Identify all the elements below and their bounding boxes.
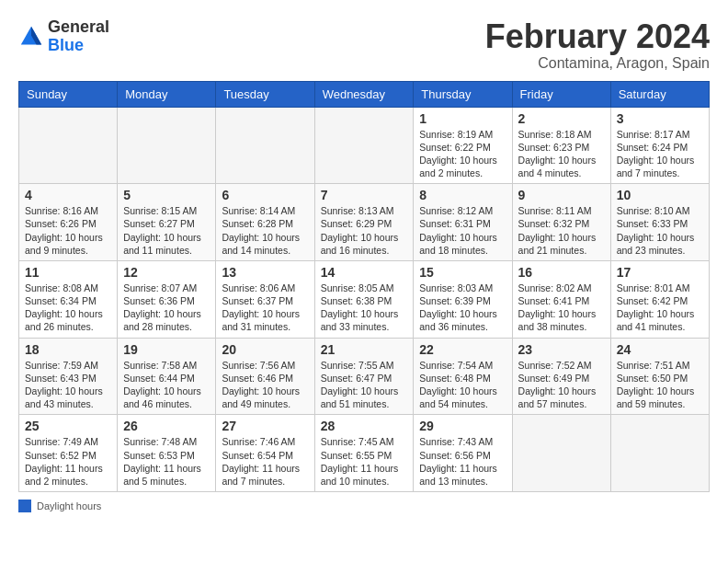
weekday-header-row: SundayMondayTuesdayWednesdayThursdayFrid… <box>19 81 710 107</box>
day-info: Sunrise: 8:01 AM Sunset: 6:42 PM Dayligh… <box>617 282 703 334</box>
calendar-cell: 22Sunrise: 7:54 AM Sunset: 6:48 PM Dayli… <box>414 338 512 415</box>
day-info: Sunrise: 8:05 AM Sunset: 6:38 PM Dayligh… <box>321 282 408 334</box>
day-number: 17 <box>617 265 703 280</box>
calendar-cell: 7Sunrise: 8:13 AM Sunset: 6:29 PM Daylig… <box>314 184 414 261</box>
day-number: 28 <box>321 419 408 433</box>
day-number: 4 <box>25 188 111 202</box>
day-number: 8 <box>419 188 506 202</box>
day-info: Sunrise: 7:51 AM Sunset: 6:50 PM Dayligh… <box>617 359 703 411</box>
calendar-cell: 3Sunrise: 8:17 AM Sunset: 6:24 PM Daylig… <box>610 107 709 184</box>
logo-general: General <box>48 17 109 36</box>
calendar-cell: 5Sunrise: 8:15 AM Sunset: 6:27 PM Daylig… <box>118 184 216 261</box>
calendar-cell: 18Sunrise: 7:59 AM Sunset: 6:43 PM Dayli… <box>19 338 118 415</box>
calendar-cell: 9Sunrise: 8:11 AM Sunset: 6:32 PM Daylig… <box>512 184 610 261</box>
logo-icon <box>18 24 44 50</box>
calendar-cell <box>118 107 216 184</box>
weekday-header-tuesday: Tuesday <box>216 81 314 107</box>
calendar-cell: 13Sunrise: 8:06 AM Sunset: 6:37 PM Dayli… <box>216 260 314 338</box>
day-number: 15 <box>419 265 506 280</box>
day-info: Sunrise: 7:52 AM Sunset: 6:49 PM Dayligh… <box>518 359 605 411</box>
day-info: Sunrise: 7:58 AM Sunset: 6:44 PM Dayligh… <box>123 359 210 411</box>
calendar-cell: 4Sunrise: 8:16 AM Sunset: 6:26 PM Daylig… <box>19 184 118 261</box>
calendar-cell: 12Sunrise: 8:07 AM Sunset: 6:36 PM Dayli… <box>118 260 216 338</box>
day-info: Sunrise: 8:10 AM Sunset: 6:33 PM Dayligh… <box>617 204 703 257</box>
weekday-header-saturday: Saturday <box>610 81 709 107</box>
calendar-cell: 1Sunrise: 8:19 AM Sunset: 6:22 PM Daylig… <box>414 107 512 184</box>
day-info: Sunrise: 8:13 AM Sunset: 6:29 PM Dayligh… <box>321 204 408 257</box>
day-number: 18 <box>25 342 111 357</box>
logo: General Blue <box>18 18 109 55</box>
day-info: Sunrise: 7:55 AM Sunset: 6:47 PM Dayligh… <box>321 359 408 411</box>
day-number: 2 <box>518 111 605 126</box>
day-info: Sunrise: 8:08 AM Sunset: 6:34 PM Dayligh… <box>25 282 111 334</box>
calendar-cell: 8Sunrise: 8:12 AM Sunset: 6:31 PM Daylig… <box>414 184 512 261</box>
weekday-header-thursday: Thursday <box>414 81 512 107</box>
calendar-cell: 25Sunrise: 7:49 AM Sunset: 6:52 PM Dayli… <box>19 415 118 492</box>
day-info: Sunrise: 8:15 AM Sunset: 6:27 PM Dayligh… <box>123 204 210 257</box>
day-number: 13 <box>222 265 308 280</box>
day-info: Sunrise: 8:02 AM Sunset: 6:41 PM Dayligh… <box>518 282 605 334</box>
day-number: 5 <box>123 188 210 202</box>
calendar-cell: 2Sunrise: 8:18 AM Sunset: 6:23 PM Daylig… <box>512 107 610 184</box>
location-title: Contamina, Aragon, Spain <box>485 55 710 72</box>
day-info: Sunrise: 7:56 AM Sunset: 6:46 PM Dayligh… <box>222 359 308 411</box>
calendar-cell: 27Sunrise: 7:46 AM Sunset: 6:54 PM Dayli… <box>216 415 314 492</box>
calendar-cell: 14Sunrise: 8:05 AM Sunset: 6:38 PM Dayli… <box>314 260 414 338</box>
day-info: Sunrise: 8:11 AM Sunset: 6:32 PM Dayligh… <box>518 204 605 257</box>
day-number: 27 <box>222 419 308 433</box>
calendar-week-row: 25Sunrise: 7:49 AM Sunset: 6:52 PM Dayli… <box>19 415 710 492</box>
day-info: Sunrise: 7:59 AM Sunset: 6:43 PM Dayligh… <box>25 359 111 411</box>
calendar-cell: 23Sunrise: 7:52 AM Sunset: 6:49 PM Dayli… <box>512 338 610 415</box>
calendar-table: SundayMondayTuesdayWednesdayThursdayFrid… <box>18 81 710 492</box>
day-number: 6 <box>222 188 308 202</box>
day-number: 1 <box>419 111 506 126</box>
title-area: February 2024 Contamina, Aragon, Spain <box>485 18 710 72</box>
day-info: Sunrise: 7:46 AM Sunset: 6:54 PM Dayligh… <box>222 435 308 488</box>
logo-blue-text: Blue <box>48 36 84 54</box>
day-number: 10 <box>617 188 703 202</box>
calendar-cell <box>512 415 610 492</box>
day-number: 24 <box>617 342 703 357</box>
day-number: 25 <box>25 419 111 433</box>
calendar-cell: 28Sunrise: 7:45 AM Sunset: 6:55 PM Dayli… <box>314 415 414 492</box>
calendar-cell: 29Sunrise: 7:43 AM Sunset: 6:56 PM Dayli… <box>414 415 512 492</box>
day-info: Sunrise: 8:17 AM Sunset: 6:24 PM Dayligh… <box>617 128 703 180</box>
calendar-cell: 24Sunrise: 7:51 AM Sunset: 6:50 PM Dayli… <box>610 338 709 415</box>
day-number: 21 <box>321 342 408 357</box>
day-info: Sunrise: 8:18 AM Sunset: 6:23 PM Dayligh… <box>518 128 605 180</box>
day-number: 16 <box>518 265 605 280</box>
day-number: 29 <box>419 419 506 433</box>
day-info: Sunrise: 7:43 AM Sunset: 6:56 PM Dayligh… <box>419 435 506 488</box>
day-number: 23 <box>518 342 605 357</box>
logo-text: General Blue <box>48 18 109 55</box>
day-info: Sunrise: 8:16 AM Sunset: 6:26 PM Dayligh… <box>25 204 111 257</box>
day-number: 12 <box>123 265 210 280</box>
calendar-cell: 15Sunrise: 8:03 AM Sunset: 6:39 PM Dayli… <box>414 260 512 338</box>
page-header: General Blue February 2024 Contamina, Ar… <box>18 18 710 72</box>
calendar-week-row: 1Sunrise: 8:19 AM Sunset: 6:22 PM Daylig… <box>19 107 710 184</box>
calendar-cell: 21Sunrise: 7:55 AM Sunset: 6:47 PM Dayli… <box>314 338 414 415</box>
day-info: Sunrise: 8:12 AM Sunset: 6:31 PM Dayligh… <box>419 204 506 257</box>
calendar-cell <box>216 107 314 184</box>
legend-color-box <box>18 500 31 512</box>
calendar-cell: 6Sunrise: 8:14 AM Sunset: 6:28 PM Daylig… <box>216 184 314 261</box>
month-title: February 2024 <box>485 18 710 55</box>
day-number: 3 <box>617 111 703 126</box>
day-info: Sunrise: 7:48 AM Sunset: 6:53 PM Dayligh… <box>123 435 210 488</box>
day-number: 14 <box>321 265 408 280</box>
day-info: Sunrise: 7:54 AM Sunset: 6:48 PM Dayligh… <box>419 359 506 411</box>
calendar-cell: 17Sunrise: 8:01 AM Sunset: 6:42 PM Dayli… <box>610 260 709 338</box>
day-info: Sunrise: 7:49 AM Sunset: 6:52 PM Dayligh… <box>25 435 111 488</box>
calendar-cell: 10Sunrise: 8:10 AM Sunset: 6:33 PM Dayli… <box>610 184 709 261</box>
calendar-week-row: 11Sunrise: 8:08 AM Sunset: 6:34 PM Dayli… <box>19 260 710 338</box>
calendar-cell <box>610 415 709 492</box>
day-info: Sunrise: 8:19 AM Sunset: 6:22 PM Dayligh… <box>419 128 506 180</box>
calendar-cell <box>19 107 118 184</box>
weekday-header-sunday: Sunday <box>19 81 118 107</box>
day-number: 26 <box>123 419 210 433</box>
weekday-header-wednesday: Wednesday <box>314 81 414 107</box>
day-number: 19 <box>123 342 210 357</box>
calendar-cell: 20Sunrise: 7:56 AM Sunset: 6:46 PM Dayli… <box>216 338 314 415</box>
calendar-cell: 16Sunrise: 8:02 AM Sunset: 6:41 PM Dayli… <box>512 260 610 338</box>
calendar-cell: 11Sunrise: 8:08 AM Sunset: 6:34 PM Dayli… <box>19 260 118 338</box>
